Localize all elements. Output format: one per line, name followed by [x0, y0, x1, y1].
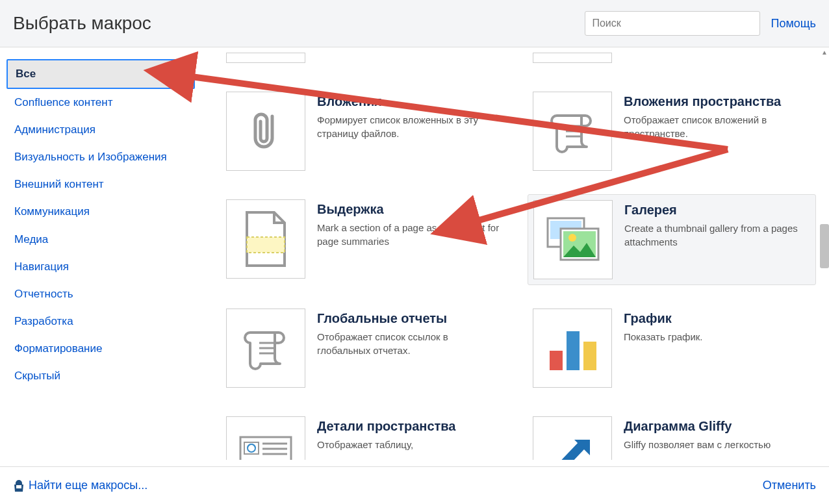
macro-card-gallery[interactable]: Галерея Create a thumbnail gallery from …: [528, 194, 816, 285]
macro-card-gliffy[interactable]: Диаграмма Gliffy Gliffy позволяет вам с …: [528, 411, 816, 460]
macro-desc: Отображает таблицу,: [317, 438, 504, 451]
gliffy-arrow-icon: [533, 416, 612, 460]
macro-title: Галерея: [624, 203, 810, 218]
macro-text: Глобальные отчеты Отображает список ссыл…: [317, 309, 504, 388]
macro-card-excerpt[interactable]: Выдержка Mark a section of a page as an …: [221, 194, 509, 285]
sidebar-item-label: Все: [16, 68, 36, 80]
sidebar-item-development[interactable]: Разработка: [6, 308, 195, 335]
macro-text: Вложения Формирует список вложенных в эт…: [317, 92, 504, 171]
macro-text: Галерея Create a thumbnail gallery from …: [624, 200, 810, 279]
bar-chart-icon: [533, 309, 612, 388]
macro-desc: Показать график.: [624, 330, 811, 344]
sidebar-item-formatting[interactable]: Форматирование: [6, 335, 195, 362]
macro-desc: Отображает список вложений в пространств…: [624, 113, 811, 140]
sidebar-item-label: Скрытый: [14, 370, 60, 382]
macro-title: Вложения пространства: [624, 94, 811, 109]
sidebar-item-reporting[interactable]: Отчетность: [6, 281, 195, 308]
macro-card-cutoff[interactable]: [221, 47, 509, 68]
dialog-header: Выбрать макрос Помощь: [0, 0, 829, 47]
help-link[interactable]: Помощь: [771, 17, 816, 31]
macro-text: Вложения пространства Отображает список …: [624, 92, 811, 171]
header-right: Помощь: [585, 11, 816, 36]
paperclip-icon: [226, 92, 305, 171]
macro-desc: Mark a section of a page as an excerpt f…: [317, 221, 504, 248]
dialog-body: Все Confluence контент Администрация Виз…: [0, 47, 829, 466]
sidebar-item-label: Разработка: [14, 315, 73, 327]
macro-title: График: [624, 311, 811, 326]
macro-icon-cutoff: [226, 53, 305, 63]
macro-card-global-reports[interactable]: Глобальные отчеты Отображает список ссыл…: [221, 303, 509, 393]
dialog-title: Выбрать макрос: [13, 13, 151, 34]
details-table-icon: [226, 416, 305, 460]
sidebar-item-label: Администрация: [14, 123, 96, 136]
macro-card-cutoff[interactable]: [528, 47, 816, 68]
sidebar-item-label: Визуальность и Изображения: [14, 151, 167, 163]
macro-card-attachments[interactable]: Вложения Формирует список вложенных в эт…: [221, 86, 509, 176]
macro-browser: Вложения Формирует список вложенных в эт…: [201, 47, 829, 466]
macro-text: Детали пространства Отображает таблицу,: [317, 416, 504, 455]
macro-icon-cutoff: [533, 53, 612, 63]
macro-card-chart[interactable]: График Показать график.: [528, 303, 816, 393]
macro-card-space-details[interactable]: Детали пространства Отображает таблицу,: [221, 411, 509, 460]
sidebar-item-all[interactable]: Все: [6, 59, 195, 89]
macro-title: Глобальные отчеты: [317, 311, 504, 326]
scrollbar-thumb[interactable]: [820, 224, 829, 268]
svg-rect-22: [16, 485, 21, 488]
sidebar-item-hidden[interactable]: Скрытый: [6, 362, 195, 390]
svg-point-8: [568, 234, 576, 242]
macro-grid: Вложения Формирует список вложенных в эт…: [221, 47, 816, 460]
marketplace-icon: [13, 479, 25, 492]
sidebar-item-label: Отчетность: [14, 288, 73, 300]
sidebar-item-media[interactable]: Медиа: [6, 226, 195, 253]
macro-desc: Gliffy позволяет вам с легкостью: [624, 438, 811, 451]
sidebar-item-communication[interactable]: Коммуникация: [6, 198, 195, 225]
scroll-icon: [533, 92, 612, 171]
sidebar-item-label: Навигация: [14, 260, 69, 273]
macro-title: Выдержка: [317, 202, 504, 217]
dialog-footer: Найти еще макросы... Отменить: [0, 466, 829, 504]
macro-desc: Формирует список вложенных в эту страниц…: [317, 113, 504, 140]
svg-rect-14: [583, 342, 596, 370]
macro-card-space-attachments[interactable]: Вложения пространства Отображает список …: [528, 86, 816, 176]
category-sidebar: Все Confluence контент Администрация Виз…: [0, 47, 201, 466]
svg-rect-13: [567, 331, 580, 370]
sidebar-item-visuals-images[interactable]: Визуальность и Изображения: [6, 144, 195, 171]
find-more-macros-link[interactable]: Найти еще макросы...: [29, 479, 147, 492]
sidebar-item-confluence-content[interactable]: Confluence контент: [6, 89, 195, 116]
sidebar-item-label: Медиа: [14, 233, 48, 246]
gallery-icon: [533, 200, 613, 279]
macro-text: Выдержка Mark a section of a page as an …: [317, 199, 504, 280]
svg-rect-12: [550, 351, 563, 370]
footer-left: Найти еще макросы...: [13, 479, 147, 492]
macro-text: Диаграмма Gliffy Gliffy позволяет вам с …: [624, 416, 811, 455]
scroll-up-arrow-icon[interactable]: ▲: [820, 47, 829, 57]
cancel-link[interactable]: Отменить: [763, 479, 816, 492]
macro-title: Диаграмма Gliffy: [624, 419, 811, 434]
scroll-icon: [226, 309, 305, 388]
sidebar-item-navigation[interactable]: Навигация: [6, 253, 195, 281]
macro-title: Вложения: [317, 94, 504, 109]
page-excerpt-icon: [226, 199, 305, 279]
sidebar-item-label: Коммуникация: [14, 205, 90, 218]
sidebar-item-label: Форматирование: [14, 342, 102, 355]
macro-text: График Показать график.: [624, 309, 811, 388]
sidebar-item-label: Confluence контент: [14, 96, 112, 108]
macro-title: Детали пространства: [317, 419, 504, 434]
macro-desc: Отображает список ссылок в глобальных от…: [317, 330, 504, 357]
search-input[interactable]: [585, 11, 760, 36]
macro-desc: Create a thumbnail gallery from a pages …: [624, 221, 810, 249]
sidebar-item-administration[interactable]: Администрация: [6, 116, 195, 144]
sidebar-item-label: Внешний контент: [14, 178, 104, 190]
svg-rect-3: [247, 237, 285, 253]
sidebar-item-external-content[interactable]: Внешний контент: [6, 171, 195, 198]
